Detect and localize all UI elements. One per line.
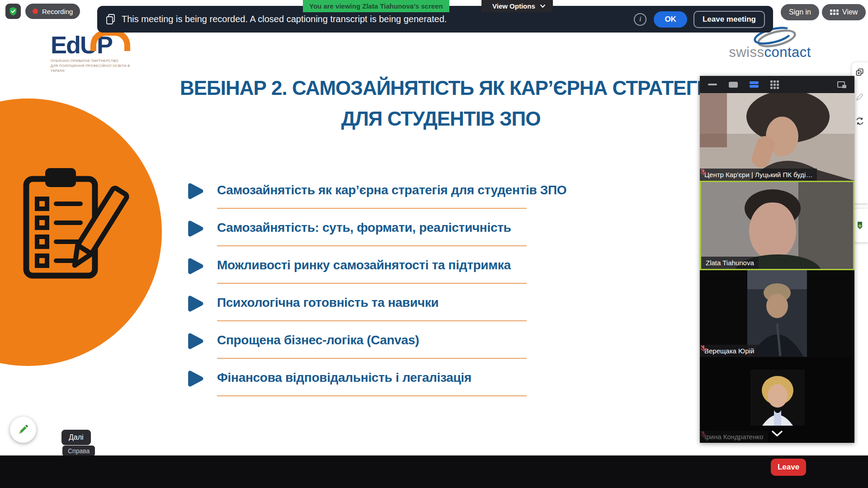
tooltip-secondary: Справа: [62, 446, 95, 456]
edit-pencil-icon[interactable]: [855, 92, 864, 101]
zoom-meeting-window: EdUP ПУБЛІЧНО-ПРИВАТНЕ ПАРТНЕРСТВО ДЛЯ П…: [0, 0, 868, 488]
tooltip-next: Далі: [61, 430, 91, 445]
view-grid-icon: [830, 9, 839, 15]
participant-2-name: Zlata Tiahunova: [706, 259, 754, 267]
info-icon[interactable]: i: [634, 13, 646, 26]
annotation-pencil-button[interactable]: [10, 417, 36, 443]
view-button[interactable]: View: [822, 4, 866, 20]
participant-1-video: [700, 93, 854, 181]
participant-4-name: Ірина Кондратенко: [704, 433, 764, 441]
chevron-down-icon: [540, 4, 546, 8]
shield-check-icon: [8, 6, 18, 16]
recording-indicator[interactable]: Recording: [25, 4, 80, 19]
recording-label: Recording: [42, 8, 73, 15]
view-options-button[interactable]: View Options: [481, 0, 553, 12]
scroll-more-participants-chevron-down-icon[interactable]: [771, 430, 783, 437]
recording-notice-text: This meeting is being recorded. A closed…: [122, 14, 634, 24]
edup-tagline-1: ПУБЛІЧНО-ПРИВАТНЕ ПАРТНЕРСТВО: [51, 59, 141, 64]
slide-title-line2: ДЛЯ СТУДЕНТІВ ЗПО: [136, 108, 746, 130]
meeting-toolbar: [0, 455, 868, 488]
muted-mic-icon: [700, 431, 707, 438]
leave-meeting-button[interactable]: Leave meeting: [693, 11, 765, 28]
edup-logo: EdUP ПУБЛІЧНО-ПРИВАТНЕ ПАРТНЕРСТВО ДЛЯ П…: [51, 33, 141, 74]
sign-in-button[interactable]: Sign in: [781, 4, 819, 20]
minimize-panel-icon[interactable]: [708, 84, 717, 85]
green-extension-icon[interactable]: [855, 221, 864, 230]
play-triangle-icon: [185, 257, 205, 275]
speaker-view-icon[interactable]: [729, 82, 738, 88]
participant-3-name: Верещака Юрій: [704, 347, 754, 355]
pencil-icon: [17, 424, 29, 436]
transcript-pages-icon: [105, 14, 116, 25]
ok-button[interactable]: OK: [654, 11, 687, 28]
participant-tile-2-active-speaker[interactable]: Zlata Tiahunova: [700, 181, 854, 270]
security-shield-button[interactable]: [5, 4, 21, 19]
sync-arrows-icon[interactable]: [855, 117, 864, 126]
strip-view-icon-active[interactable]: [750, 81, 759, 88]
record-dot-icon: [33, 9, 38, 14]
participant-2-name-bar: Zlata Tiahunova: [701, 257, 759, 269]
popout-panel-icon[interactable]: [837, 81, 846, 88]
participant-1-name: Центр Кар'єри | Луцький ПК буді…: [704, 171, 812, 178]
viewing-screen-banner: You are viewing Zlata Tiahunova's screen: [303, 0, 449, 12]
clipboard-pencil-icon: [16, 159, 134, 299]
copy-plus-icon[interactable]: [855, 68, 864, 77]
muted-mic-icon: [700, 345, 707, 352]
gallery-view-icon[interactable]: [770, 80, 779, 89]
participant-2-video: [701, 182, 853, 269]
edup-wordmark: EdUP: [51, 33, 141, 57]
edup-tagline-2: ДЛЯ ПОЛІПШЕННЯ ПРОФЕСІЙНОЇ ОСВІТИ В УКРА…: [51, 64, 141, 74]
swisscontact-text-swiss: swiss: [729, 44, 764, 60]
slide-title-line1: ВЕБІНАР 2. САМОЗАЙНЯТІСТЬ ЯК КАР’ЄРНА СТ…: [180, 77, 716, 99]
play-triangle-icon: [185, 295, 205, 313]
participant-3-name-bar: Верещака Юрій: [700, 345, 759, 357]
video-panel-header: [700, 76, 854, 93]
play-triangle-icon: [185, 220, 205, 238]
participant-4-name-bar: Ірина Кондратенко: [700, 431, 768, 443]
participant-1-name-bar: Центр Кар'єри | Луцький ПК буді…: [700, 169, 817, 181]
video-thumbnails-panel: Центр Кар'єри | Луцький ПК буді… Zlata T…: [700, 76, 854, 443]
muted-mic-icon: [700, 169, 707, 176]
play-triangle-icon: [185, 370, 205, 388]
participant-tile-3[interactable]: Верещака Юрій: [700, 270, 854, 357]
participant-3-video: [700, 270, 854, 357]
leave-button[interactable]: Leave: [771, 459, 806, 476]
play-triangle-icon: [185, 332, 205, 350]
participant-tile-1[interactable]: Центр Кар'єри | Луцький ПК буді…: [700, 93, 854, 181]
play-triangle-icon: [185, 182, 205, 200]
edup-orange-swoosh: [90, 30, 130, 51]
